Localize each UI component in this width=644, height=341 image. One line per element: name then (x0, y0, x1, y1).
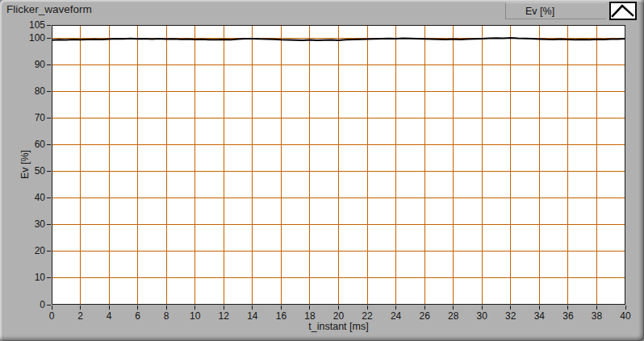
y-tick-mark (47, 91, 51, 92)
y-tick-label: 20 (10, 245, 45, 257)
flicker-waveform-graph: Flicker_waveform Ev [%] Ev [%] 010203040… (0, 0, 644, 341)
x-tick-mark (367, 306, 368, 310)
x-tick-mark (453, 306, 454, 310)
x-tick-mark (194, 306, 195, 310)
y-tick-mark (47, 38, 51, 39)
x-tick-mark (596, 306, 597, 310)
y-tick-mark (47, 305, 51, 306)
x-tick-mark (625, 306, 626, 310)
y-tick-mark (47, 64, 51, 65)
y-tick-mark (47, 144, 51, 145)
y-tick-label: 100 (10, 32, 45, 44)
x-tick-mark (137, 306, 138, 310)
y-tick-label: 50 (10, 165, 45, 177)
legend-plot-style-button[interactable] (609, 2, 637, 20)
graph-title: Flicker_waveform (6, 3, 92, 15)
y-tick-mark (47, 251, 51, 252)
x-tick-mark (309, 306, 310, 310)
y-tick-label: 10 (10, 272, 45, 284)
x-tick-mark (567, 306, 568, 310)
y-tick-mark (47, 198, 51, 198)
y-tick-mark (47, 277, 51, 278)
y-tick-label: 60 (10, 139, 45, 151)
waveform-caret-line-icon (611, 3, 635, 19)
x-tick-mark (482, 306, 483, 310)
y-tick-mark (47, 171, 51, 172)
y-tick-label: 70 (10, 112, 45, 124)
x-tick-mark (338, 306, 339, 310)
legend-plot-name[interactable]: Ev [%] (505, 2, 606, 19)
x-axis-title: t_instant [ms] (52, 321, 625, 332)
y-tick-label: 90 (10, 59, 45, 71)
x-tick-mark (281, 306, 282, 310)
x-tick-mark (510, 306, 511, 310)
x-tick-mark (224, 306, 224, 310)
y-tick-label: 40 (10, 192, 45, 204)
x-tick-mark (166, 306, 167, 310)
waveform-plot (52, 25, 625, 305)
x-tick-mark (52, 306, 52, 310)
y-tick-label: 0 (10, 299, 45, 311)
y-tick-label: 30 (10, 218, 45, 231)
x-tick-mark (424, 306, 425, 310)
y-tick-mark (47, 25, 51, 26)
x-tick-mark (252, 306, 253, 310)
y-tick-label: 105 (10, 19, 45, 31)
x-tick-mark (109, 306, 110, 310)
y-tick-mark (47, 224, 51, 225)
x-tick-mark (539, 306, 540, 310)
plot-area (52, 25, 625, 305)
x-tick-mark (395, 306, 396, 310)
x-tick-mark (80, 306, 81, 310)
y-tick-mark (47, 118, 51, 119)
y-tick-label: 80 (10, 85, 45, 98)
